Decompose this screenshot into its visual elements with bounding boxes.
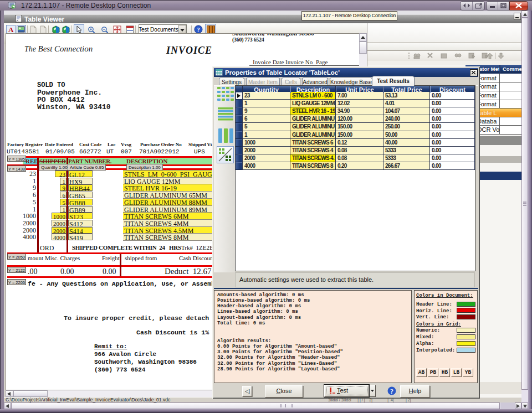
svg-text:?: ? [390, 388, 393, 395]
svg-text:?: ? [197, 26, 200, 33]
